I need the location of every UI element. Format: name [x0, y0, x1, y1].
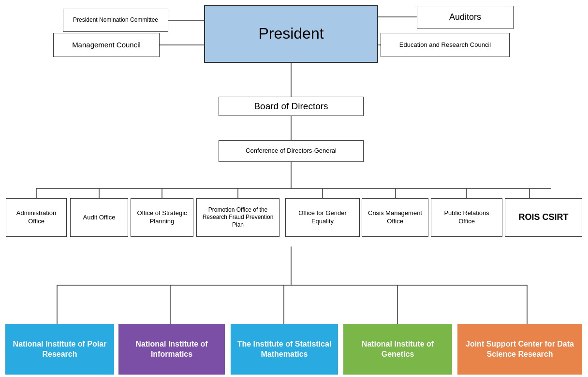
president-label: President — [258, 24, 323, 44]
data-science-box: Joint Support Center for Data Science Re… — [457, 324, 582, 375]
informatics-label: National Institute of Informatics — [122, 339, 221, 360]
research-fraud-box: Promotion Office of the Research Fraud P… — [196, 198, 279, 237]
conference-directors-box: Conference of Directors-General — [219, 140, 364, 162]
statistical-math-box: The Institute of Statistical Mathematics — [231, 324, 338, 375]
president-nomination-label: President Nomination Committee — [73, 16, 158, 24]
genetics-label: National Institute of Genetics — [347, 339, 448, 360]
data-science-label: Joint Support Center for Data Science Re… — [461, 339, 578, 360]
board-directors-label: Board of Directors — [254, 101, 328, 113]
org-chart: President Nomination Committee Managemen… — [0, 0, 588, 377]
board-directors-box: Board of Directors — [219, 97, 364, 116]
genetics-box: National Institute of Genetics — [343, 324, 452, 375]
audit-office-label: Audit Office — [83, 214, 116, 222]
public-relations-box: Public Relations Office — [431, 198, 502, 237]
strategic-planning-box: Office of Strategic Planning — [131, 198, 193, 237]
polar-research-box: National Institute of Polar Research — [5, 324, 114, 375]
auditors-label: Auditors — [449, 12, 481, 23]
administration-office-box: Administration Office — [6, 198, 67, 237]
statistical-math-label: The Institute of Statistical Mathematics — [235, 339, 334, 360]
polar-research-label: National Institute of Polar Research — [9, 339, 110, 360]
management-council-label: Management Council — [72, 40, 141, 50]
informatics-box: National Institute of Informatics — [118, 324, 225, 375]
audit-office-box: Audit Office — [70, 198, 128, 237]
rois-csirt-box: ROIS CSIRT — [505, 198, 582, 237]
public-relations-label: Public Relations Office — [435, 209, 498, 226]
management-council-box: Management Council — [53, 33, 160, 57]
education-research-council-box: Education and Research Council — [381, 33, 510, 57]
conference-directors-label: Conference of Directors-General — [246, 147, 337, 155]
gender-equality-label: Office for Gender Equality — [290, 209, 355, 226]
president-nomination-box: President Nomination Committee — [63, 9, 168, 32]
strategic-planning-label: Office of Strategic Planning — [135, 209, 189, 226]
education-research-council-label: Education and Research Council — [399, 41, 491, 49]
research-fraud-label: Promotion Office of the Research Fraud P… — [201, 206, 275, 229]
auditors-box: Auditors — [417, 6, 514, 29]
rois-csirt-label: ROIS CSIRT — [518, 212, 568, 223]
administration-office-label: Administration Office — [10, 209, 62, 226]
president-box: President — [204, 5, 378, 63]
crisis-management-box: Crisis Management Office — [362, 198, 428, 237]
gender-equality-box: Office for Gender Equality — [285, 198, 360, 237]
crisis-management-label: Crisis Management Office — [366, 209, 424, 226]
